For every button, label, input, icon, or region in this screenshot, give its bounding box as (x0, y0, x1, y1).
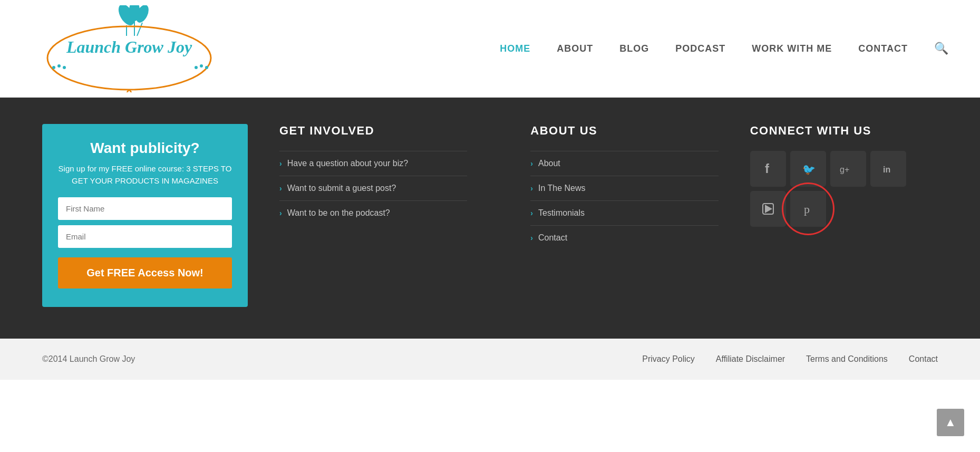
publicity-heading: Want publicity? (58, 140, 232, 157)
publicity-box: Want publicity? Sign up for my FREE onli… (42, 124, 248, 307)
get-involved-title: GET INVOLVED (279, 124, 467, 138)
nav-blog[interactable]: BLOG (619, 43, 649, 54)
logo-area: Launch Grow Joy (32, 5, 227, 92)
svg-text:in: in (883, 165, 890, 174)
connect-section: CONNECT WITH US f 🐦 g+ in (750, 124, 938, 307)
googleplus-button[interactable]: g+ (830, 151, 866, 187)
chevron-icon: › (530, 184, 533, 193)
footer-dark: Want publicity? Sign up for my FREE onli… (0, 98, 980, 339)
cta-button[interactable]: Get FREE Access Now! (58, 257, 232, 288)
about-link-contact[interactable]: Contact (538, 233, 567, 243)
twitter-icon: 🐦 (801, 161, 816, 176)
footer-links: Privacy Policy Affiliate Disclaimer Term… (642, 354, 938, 364)
chevron-icon: › (530, 234, 533, 242)
about-link-testimonials[interactable]: Testimonials (538, 208, 585, 218)
svg-point-9 (63, 66, 66, 69)
social-grid: f 🐦 g+ in (750, 151, 938, 227)
get-involved-link-3[interactable]: Want to be on the podcast? (287, 208, 390, 218)
svg-point-6 (47, 26, 211, 90)
about-link-about[interactable]: About (538, 159, 560, 168)
about-us-title: ABOUT US (530, 124, 718, 138)
svg-text:🐦: 🐦 (802, 163, 816, 176)
search-icon[interactable]: 🔍 (934, 42, 948, 55)
first-name-input[interactable] (58, 197, 232, 220)
list-item: › About (530, 151, 718, 176)
logo-svg: Launch Grow Joy (32, 5, 227, 92)
publicity-body: Sign up for my FREE online course: 3 STE… (58, 163, 232, 187)
list-item: › Have a question about your biz? (279, 151, 467, 176)
pinterest-icon: p (801, 201, 816, 216)
chevron-icon: › (279, 184, 282, 193)
list-item: › Testimonials (530, 200, 718, 225)
chevron-icon: › (530, 209, 533, 217)
svg-text:f: f (765, 161, 770, 176)
svg-text:g+: g+ (840, 165, 849, 174)
about-link-news[interactable]: In The News (538, 184, 586, 193)
youtube-button[interactable] (750, 191, 786, 227)
list-item: › In The News (530, 176, 718, 200)
get-involved-link-2[interactable]: Want to submit a guest post? (287, 184, 396, 193)
svg-text:Launch Grow Joy: Launch Grow Joy (66, 37, 192, 56)
svg-point-12 (205, 66, 208, 69)
youtube-icon (761, 201, 775, 216)
list-item: › Want to be on the podcast? (279, 200, 467, 225)
get-involved-section: GET INVOLVED › Have a question about you… (279, 124, 499, 307)
terms-conditions-link[interactable]: Terms and Conditions (806, 354, 888, 364)
nav-contact[interactable]: CONTACT (858, 43, 908, 54)
get-involved-link-1[interactable]: Have a question about your biz? (287, 159, 408, 168)
svg-marker-18 (765, 205, 772, 213)
contact-footer-link[interactable]: Contact (909, 354, 938, 364)
bottom-bar: ©2014 Launch Grow Joy Privacy Policy Aff… (0, 339, 980, 380)
main-nav: HOME ABOUT BLOG PODCAST WORK WITH ME CON… (500, 42, 948, 55)
affiliate-disclaimer-link[interactable]: Affiliate Disclaimer (716, 354, 785, 364)
chevron-icon: › (530, 159, 533, 168)
svg-point-7 (52, 66, 55, 69)
nav-podcast[interactable]: PODCAST (675, 43, 725, 54)
linkedin-icon: in (881, 161, 896, 176)
nav-work-with-me[interactable]: WORK WITH ME (752, 43, 832, 54)
about-us-section: ABOUT US › About › In The News › Testimo… (499, 124, 750, 307)
svg-point-11 (200, 64, 203, 68)
connect-title: CONNECT WITH US (750, 124, 938, 138)
site-header: Launch Grow Joy HOME ABOUT BLOG PODCAST … (0, 0, 980, 98)
chevron-icon: › (279, 159, 282, 168)
googleplus-icon: g+ (839, 161, 858, 176)
about-us-list: › About › In The News › Testimonials › C… (530, 151, 718, 250)
facebook-icon: f (761, 161, 775, 176)
privacy-policy-link[interactable]: Privacy Policy (642, 354, 695, 364)
nav-about[interactable]: ABOUT (557, 43, 593, 54)
chevron-icon: › (279, 209, 282, 217)
email-input[interactable] (58, 225, 232, 248)
facebook-button[interactable]: f (750, 151, 786, 187)
nav-home[interactable]: HOME (500, 43, 530, 54)
svg-line-5 (137, 23, 142, 36)
twitter-button[interactable]: 🐦 (790, 151, 826, 187)
svg-point-8 (57, 64, 61, 68)
copyright-text: ©2014 Launch Grow Joy (42, 354, 135, 364)
svg-point-10 (195, 66, 198, 69)
pinterest-button[interactable]: p (790, 191, 826, 227)
get-involved-list: › Have a question about your biz? › Want… (279, 151, 467, 225)
svg-text:p: p (804, 203, 810, 216)
list-item: › Want to submit a guest post? (279, 176, 467, 200)
linkedin-button[interactable]: in (870, 151, 906, 187)
list-item: › Contact (530, 225, 718, 250)
